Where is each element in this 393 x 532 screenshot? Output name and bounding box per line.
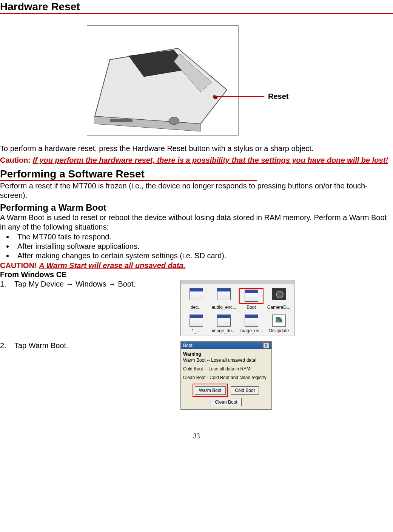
warning-text-3: Clean Boot - Cold Boot and clean registr… <box>183 375 269 381</box>
caution-label: Caution: <box>0 156 33 164</box>
cold-boot-button: Cold Boot <box>231 386 259 395</box>
device-diagram: Reset <box>0 18 393 139</box>
boot-dialog-title: Boot <box>183 343 193 348</box>
svg-rect-7 <box>110 119 133 122</box>
icon-label: image_en... <box>239 328 264 333</box>
file-icon <box>217 288 231 300</box>
reset-callout-label: Reset <box>268 92 288 101</box>
file-icon <box>190 315 203 327</box>
file-icon <box>245 315 258 327</box>
software-reset-heading: Performing a Software Reset <box>0 167 257 181</box>
sw-reset-body: Perform a reset if the MT700 is frozen (… <box>0 181 393 200</box>
clean-boot-button: Clean Boot <box>211 398 241 406</box>
step-2-number: 2. <box>0 341 14 350</box>
icon-label: OsUpdate <box>267 328 291 333</box>
step-2-text: Tap Warm Boot. <box>14 341 177 350</box>
list-item: After making changes to certain system s… <box>14 251 393 260</box>
warm-caution-label: CAUTION! <box>0 261 39 270</box>
boot-icon <box>245 290 258 302</box>
icon-label: image_de... <box>212 328 236 333</box>
svg-point-6 <box>169 117 179 125</box>
warning-text-2: Cold Boot -- Lose all data in RAM! <box>183 366 269 372</box>
icon-label: Boot <box>239 305 264 310</box>
warm-boot-heading: Performing a Warm Boot <box>0 202 393 213</box>
step-1-text: Tap My Device → Windows → Boot. <box>14 280 177 288</box>
from-windows-ce-label: From Windows CE <box>0 270 393 279</box>
hw-reset-intro: To perform a hardware reset, press the H… <box>0 144 393 153</box>
reset-callout-line <box>215 96 264 97</box>
icon-label: dec... <box>184 305 208 310</box>
hardware-reset-heading: Hardware Reset <box>0 0 393 14</box>
boot-icon-highlight <box>239 288 264 304</box>
icon-label: 1_... <box>184 328 208 333</box>
icon-label: CameraD... <box>267 305 291 310</box>
icon-label: audio_enc... <box>212 305 236 310</box>
warm-boot-bullets: The MT700 fails to respond. After instal… <box>14 233 393 260</box>
device-illustration <box>87 25 239 136</box>
warm-boot-body: A Warm Boot is used to reset or reboot t… <box>0 213 393 232</box>
caution-body: If you perform the hardware reset, there… <box>33 156 388 164</box>
warning-text-1: Warm Boot -- Lose all unsaved data! <box>183 358 269 363</box>
windows-folder-screenshot: dec... audio_enc... Boot CameraD... 1_..… <box>180 280 294 336</box>
file-icon <box>217 315 231 327</box>
warm-caution: CAUTION! A Warm Start will erase all uns… <box>0 261 393 270</box>
step-1-number: 1. <box>0 280 14 288</box>
warm-caution-body: A Warm Start will erase all unsaved data… <box>39 261 185 270</box>
file-icon <box>190 288 203 300</box>
boot-dialog-screenshot: Boot x Warning Warm Boot -- Lose all uns… <box>180 341 272 410</box>
boot-dialog-titlebar: Boot x <box>181 342 271 349</box>
close-icon: x <box>263 342 269 348</box>
page-number: 33 <box>0 432 393 440</box>
warm-boot-highlight: Warm Boot <box>193 384 228 397</box>
osupdate-icon <box>272 315 286 327</box>
warm-boot-button: Warm Boot <box>195 386 226 395</box>
list-item: The MT700 fails to respond. <box>14 233 393 241</box>
hw-reset-caution: Caution: If you perform the hardware res… <box>0 156 393 165</box>
camera-icon <box>272 288 286 300</box>
warning-heading: Warning <box>183 352 269 357</box>
list-item: After installing software applications. <box>14 242 393 251</box>
